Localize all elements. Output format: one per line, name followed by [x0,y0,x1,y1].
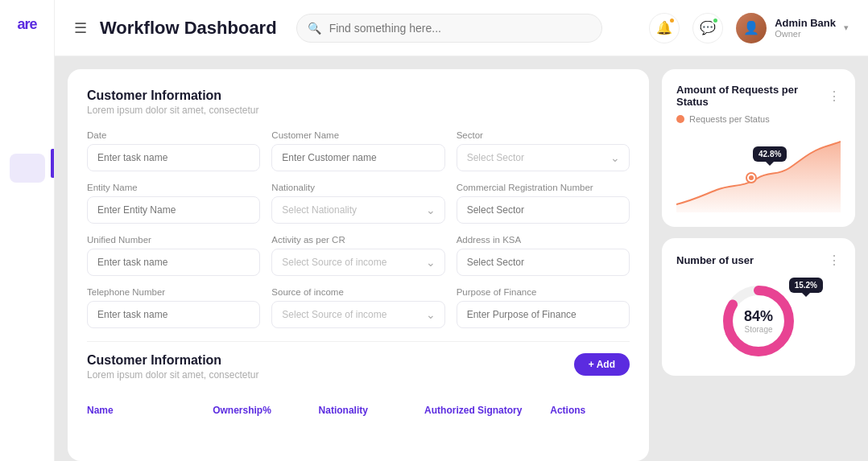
entity-name-field-group: Entity Name [87,183,260,224]
search-input[interactable] [296,14,602,43]
purpose-finance-field-group: Purpose of Finance [457,287,630,328]
requests-chart-tooltip: 42.8% [753,146,787,162]
sidebar-logo: are [17,16,36,33]
users-chart-header: Number of user ⋮ [676,253,841,268]
requests-chart-title: Amount of Requests per Status [676,84,828,108]
sector-select-wrapper: Select Sector [457,144,630,171]
commercial-reg-input[interactable] [457,196,630,224]
purpose-finance-input[interactable] [457,301,630,328]
telephone-input[interactable] [87,301,260,328]
unified-number-field-group: Unified Number [87,235,260,276]
avatar: 👤 [736,13,767,43]
table-header-ownership: Ownership% [213,405,312,416]
donut-container: 84% Storage 15.2% [718,281,799,361]
users-chart-tooltip: 15.2% [789,278,823,293]
right-panel: Amount of Requests per Status ⋮ Requests… [662,69,855,461]
bottom-section-header: Customer Information Lorem ipsum dolor s… [87,353,630,395]
requests-chart-menu-icon[interactable]: ⋮ [828,88,841,104]
customer-name-label: Customer Name [271,130,444,140]
table-header-nationality: Nationality [319,405,418,416]
header-actions: 🔔 💬 👤 Admin Bank Owner ▾ [649,13,849,43]
donut-label: Storage [744,325,773,334]
donut-percent: 84% [744,308,773,325]
commercial-reg-field-group: Commercial Registration Number [457,183,630,224]
bottom-section: Customer Information Lorem ipsum dolor s… [87,341,630,416]
source-income-select-wrapper: Select Source of income [271,301,444,328]
unified-number-input[interactable] [87,249,260,276]
form-section: Customer Information Lorem ipsum dolor s… [87,88,630,328]
donut-wrap: 84% Storage 15.2% [676,274,841,361]
sidebar: are [0,0,55,461]
form-row-3: Unified Number Activity as per CR Select… [87,235,630,276]
date-input[interactable] [87,144,260,171]
requests-chart-svg [676,132,841,212]
form-title: Customer Information [87,88,630,103]
nationality-select[interactable]: Select Nationality [271,196,444,224]
requests-chart-header: Amount of Requests per Status ⋮ [676,84,841,108]
requests-chart-dot [747,174,755,182]
notification-chat-button[interactable]: 💬 [692,13,723,43]
bottom-subtitle: Lorem ipsum dolor sit amet, consectetur [87,369,258,381]
donut-center: 84% Storage [744,308,773,334]
user-profile[interactable]: 👤 Admin Bank Owner ▾ [736,13,849,43]
users-chart-menu-icon[interactable]: ⋮ [828,253,841,268]
source-income-select[interactable]: Select Source of income [271,301,444,328]
date-label: Date [87,130,260,140]
chevron-down-icon: ▾ [844,23,849,33]
left-panel: Customer Information Lorem ipsum dolor s… [68,69,649,461]
nationality-field-group: Nationality Select Nationality [271,183,444,224]
activity-label: Activity as per CR [271,235,444,245]
main-wrapper: ☰ Workflow Dashboard 🔍 🔔 💬 👤 Admin Bank … [55,0,868,461]
address-label: Address in KSA [457,235,630,245]
activity-field-group: Activity as per CR Select Source of inco… [271,235,444,276]
page-title: Workflow Dashboard [100,18,277,39]
user-name: Admin Bank [775,17,836,29]
bottom-title: Customer Information [87,353,258,368]
commercial-reg-label: Commercial Registration Number [457,183,630,192]
requests-chart-area: 42.8% [676,132,841,212]
content-area: Customer Information Lorem ipsum dolor s… [55,56,868,461]
search-bar: 🔍 [296,14,602,43]
form-subtitle: Lorem ipsum dolor sit amet, consectetur [87,105,630,116]
customer-name-field-group: Customer Name [271,130,444,171]
source-income-label: Source of income [271,287,444,297]
date-field-group: Date [87,130,260,171]
hamburger-icon[interactable]: ☰ [74,19,87,37]
form-row-4: Telephone Number Source of income Select… [87,287,630,328]
nationality-select-wrapper: Select Nationality [271,196,444,224]
address-field-group: Address in KSA [457,235,630,276]
users-chart-card: Number of user ⋮ 84% Storage [662,238,855,376]
sector-field-group: Sector Select Sector [457,130,630,171]
user-text: Admin Bank Owner [775,17,836,39]
sidebar-active-indicator [51,149,54,178]
notification-dot-orange [668,17,676,24]
table-header-name: Name [87,405,206,416]
telephone-label: Telephone Number [87,287,260,297]
customer-name-input[interactable] [271,144,444,171]
table-header-authorized: Authorized Signatory [424,405,544,416]
form-row-2: Entity Name Nationality Select Nationali… [87,183,630,224]
add-button[interactable]: + Add [574,353,630,376]
table-header-actions: Actions [550,405,630,416]
notification-bell-button[interactable]: 🔔 [649,13,680,43]
source-income-field-group: Source of income Select Source of income [271,287,444,328]
sidebar-active-item[interactable] [10,154,45,183]
form-row-1: Date Customer Name Sector Select Sector [87,130,630,171]
sector-select[interactable]: Select Sector [457,144,630,171]
requests-legend-dot [676,115,684,123]
unified-number-label: Unified Number [87,235,260,245]
search-icon: 🔍 [308,22,321,35]
header: ☰ Workflow Dashboard 🔍 🔔 💬 👤 Admin Bank … [55,0,868,56]
purpose-finance-label: Purpose of Finance [457,287,630,297]
nationality-label: Nationality [271,183,444,192]
activity-select[interactable]: Select Source of income [271,249,444,276]
bottom-section-title-area: Customer Information Lorem ipsum dolor s… [87,353,258,395]
entity-name-input[interactable] [87,196,260,224]
user-role: Owner [775,29,836,39]
telephone-field-group: Telephone Number [87,287,260,328]
activity-select-wrapper: Select Source of income [271,249,444,276]
requests-legend-label: Requests per Status [689,114,770,124]
notification-dot-green [712,17,719,24]
address-input[interactable] [457,249,630,276]
users-chart-title: Number of user [676,254,754,266]
